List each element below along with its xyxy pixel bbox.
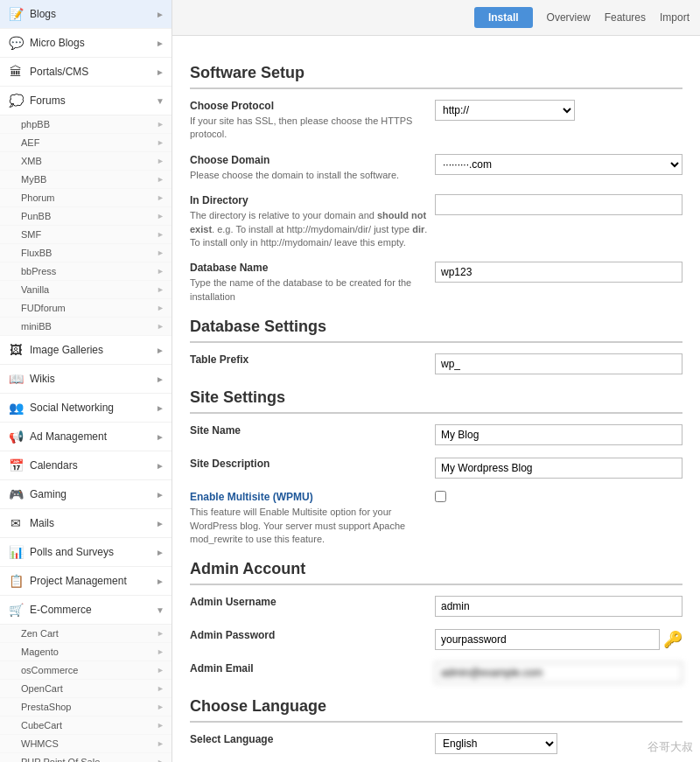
choose-language-header: Choose Language: [190, 697, 682, 723]
arrow-icon: ►: [156, 548, 164, 557]
content-area: Software Setup Choose Protocol If your s…: [172, 36, 700, 762]
database-name-desc: Type the name of the database to be crea…: [190, 276, 435, 304]
arrow-icon: ►: [156, 67, 164, 77]
directory-label: In Directory: [190, 194, 435, 206]
sidebar-label-social-networking: Social Networking: [30, 402, 156, 414]
calendars-icon: 📅: [7, 457, 24, 474]
polls-surveys-icon: 📊: [7, 543, 24, 561]
sidebar-item-project-management[interactable]: 📋 Project Management ►: [0, 567, 172, 596]
arrow-icon: ►: [156, 346, 164, 355]
database-name-label: Database Name: [190, 262, 435, 274]
sidebar-subitem-phppos[interactable]: PHP Point Of Sale►: [0, 753, 172, 762]
domain-label: Choose Domain: [190, 154, 435, 166]
directory-desc: The directory is relative to your domain…: [190, 209, 435, 249]
sidebar-subitem-phorum[interactable]: Phorum►: [0, 189, 172, 207]
sidebar-subitem-oscommerce[interactable]: osCommerce►: [0, 661, 172, 680]
sidebar-item-image-galleries[interactable]: 🖼 Image Galleries ►: [0, 336, 172, 365]
sidebar-label-blogs: Blogs: [30, 8, 156, 20]
domain-row: Choose Domain Please choose the domain t…: [190, 154, 682, 182]
database-name-input[interactable]: [435, 262, 682, 283]
sidebar-subitem-mybb[interactable]: MyBB►: [0, 171, 172, 189]
arrow-icon: ►: [156, 577, 164, 586]
forums-icon: 💭: [7, 92, 24, 109]
sidebar-subitem-punbb[interactable]: PunBB►: [0, 207, 172, 226]
sidebar-item-micro-blogs[interactable]: 💬 Micro Blogs ►: [0, 29, 172, 58]
admin-username-input[interactable]: [435, 596, 682, 617]
blogs-icon: 📝: [7, 5, 24, 23]
install-nav-button[interactable]: Install: [474, 7, 533, 28]
arrow-down-icon: ▼: [156, 96, 164, 106]
sidebar-subitem-phpbb[interactable]: phpBB►: [0, 115, 172, 134]
directory-row: In Directory The directory is relative t…: [190, 194, 682, 249]
sidebar-subitem-fluxbb[interactable]: FluxBB►: [0, 244, 172, 262]
admin-email-input[interactable]: [435, 662, 682, 683]
arrow-icon: ►: [156, 490, 164, 500]
sidebar-subitem-xmb[interactable]: XMB►: [0, 152, 172, 171]
arrow-icon: ►: [156, 403, 164, 413]
site-name-label: Site Name: [190, 424, 435, 437]
sidebar-subitem-cubecart[interactable]: CubeCart►: [0, 717, 172, 735]
sidebar-label-project-management: Project Management: [30, 575, 156, 587]
admin-password-label: Admin Password: [190, 629, 435, 641]
sidebar-subitem-fudforum[interactable]: FUDforum►: [0, 299, 172, 318]
sidebar-subitem-bbpress[interactable]: bbPress►: [0, 262, 172, 281]
domain-select[interactable]: ·········.com: [435, 154, 682, 175]
software-setup-header: Software Setup: [190, 64, 682, 89]
sidebar-subitem-magento[interactable]: Magento►: [0, 643, 172, 661]
top-navigation: Install Overview Features Import: [172, 0, 700, 36]
image-galleries-icon: 🖼: [7, 341, 24, 359]
sidebar-item-calendars[interactable]: 📅 Calendars ►: [0, 451, 172, 480]
language-select[interactable]: English French German Spanish: [435, 733, 557, 754]
ad-management-icon: 📢: [7, 428, 24, 445]
sidebar-subitem-opencart[interactable]: OpenCart►: [0, 680, 172, 698]
overview-link[interactable]: Overview: [547, 11, 591, 24]
sidebar-label-mails: Mails: [30, 517, 156, 529]
sidebar-subitem-aef[interactable]: AEF►: [0, 134, 172, 152]
protocol-select[interactable]: http:// https://: [435, 100, 575, 121]
key-icon: 🔑: [663, 630, 682, 649]
portals-icon: 🏛: [7, 63, 24, 80]
arrow-icon: ►: [156, 461, 164, 471]
sidebar-item-polls-surveys[interactable]: 📊 Polls and Surveys ►: [0, 538, 172, 567]
gaming-icon: 🎮: [7, 486, 24, 503]
admin-username-label: Admin Username: [190, 596, 435, 608]
admin-account-header: Admin Account: [190, 560, 682, 585]
sidebar-subitem-vanilla[interactable]: Vanilla►: [0, 281, 172, 299]
multisite-checkbox[interactable]: [435, 491, 446, 502]
mails-icon: ✉: [7, 514, 24, 532]
domain-desc: Please choose the domain to install the …: [190, 169, 435, 182]
sidebar-subitem-whmcs[interactable]: WHMCS►: [0, 735, 172, 753]
import-link[interactable]: Import: [660, 11, 690, 24]
site-description-label: Site Description: [190, 458, 435, 470]
admin-password-input[interactable]: [435, 629, 660, 650]
protocol-desc: If your site has SSL, then please choose…: [190, 115, 435, 142]
site-settings-header: Site Settings: [190, 388, 682, 414]
sidebar-item-gaming[interactable]: 🎮 Gaming ►: [0, 480, 172, 509]
site-name-input[interactable]: [435, 424, 682, 445]
protocol-label: Choose Protocol: [190, 100, 435, 112]
directory-input[interactable]: [435, 194, 682, 215]
site-description-input[interactable]: [435, 458, 682, 479]
admin-username-row: Admin Username: [190, 596, 682, 617]
ecommerce-icon: 🛒: [7, 601, 24, 619]
features-link[interactable]: Features: [605, 11, 646, 24]
sidebar-subitem-prestashop[interactable]: PrestaShop►: [0, 698, 172, 717]
sidebar-item-blogs[interactable]: 📝 Blogs ►: [0, 0, 172, 29]
sidebar-item-forums[interactable]: 💭 Forums ▼: [0, 87, 172, 115]
sidebar-label-ecommerce: E-Commerce: [30, 604, 156, 616]
database-name-row: Database Name Type the name of the datab…: [190, 262, 682, 304]
sidebar-subitem-minibb[interactable]: miniBB►: [0, 318, 172, 336]
sidebar-item-portals[interactable]: 🏛 Portals/CMS ►: [0, 58, 172, 87]
watermark: 谷哥大叔: [648, 739, 693, 755]
sidebar-item-mails[interactable]: ✉ Mails ►: [0, 509, 172, 538]
sidebar-item-ad-management[interactable]: 📢 Ad Management ►: [0, 423, 172, 451]
sidebar-label-forums: Forums: [30, 94, 156, 107]
sidebar-item-social-networking[interactable]: 👥 Social Networking ►: [0, 394, 172, 423]
sidebar-label-ad-management: Ad Management: [30, 430, 156, 443]
admin-email-label: Admin Email: [190, 662, 435, 675]
sidebar-item-ecommerce[interactable]: 🛒 E-Commerce ▼: [0, 596, 172, 625]
table-prefix-input[interactable]: [435, 353, 682, 374]
sidebar-subitem-smf[interactable]: SMF►: [0, 226, 172, 244]
sidebar-item-wikis[interactable]: 📖 Wikis ►: [0, 365, 172, 394]
sidebar-subitem-zencart[interactable]: Zen Cart►: [0, 625, 172, 643]
